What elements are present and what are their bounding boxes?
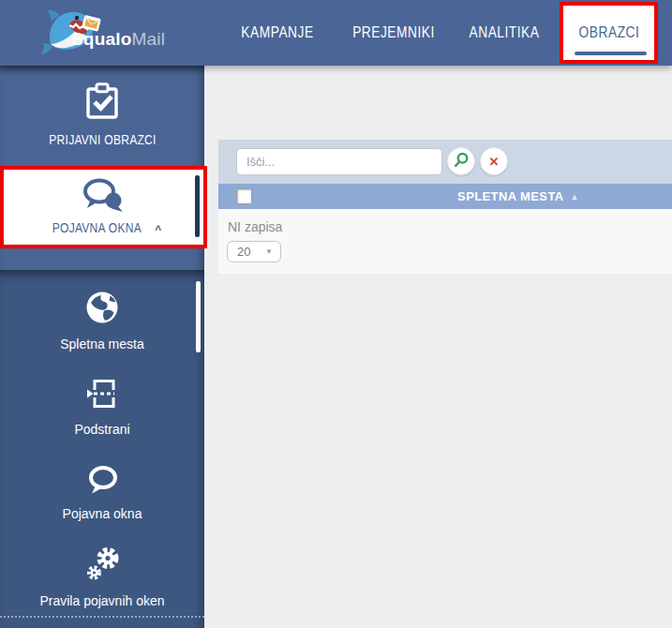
annotation-box-obrazci: OBRAZCI xyxy=(560,2,658,64)
submenu-item-spletna-mesta[interactable]: Spletna mesta xyxy=(0,277,204,364)
top-navbar: SqualoMail KAMPANJE PREJEMNIKI ANALITIKA… xyxy=(0,0,672,66)
speech-bubbles-icon xyxy=(82,178,127,216)
search-toolbar: ✕ xyxy=(218,140,672,184)
tab-kampanje[interactable]: KAMPANJE xyxy=(235,0,320,66)
table-header-row: SPLETNA MESTA▲ xyxy=(218,184,672,209)
submenu-pravila-label: Pravila pojavnih oken xyxy=(39,593,164,608)
submenu-spletna-label: Spletna mesta xyxy=(60,336,144,351)
pojavna-label-text: POJAVNA OKNA xyxy=(52,220,142,235)
sidebar: PRIJAVNI OBRAZCI POJAVNA OKNA^ xyxy=(0,66,204,628)
submenu-item-pojavna-okna[interactable]: Pojavna okna xyxy=(0,450,204,536)
tab-obrazci[interactable]: OBRAZCI xyxy=(563,6,654,60)
submenu-pojavna-label: Pojavna okna xyxy=(63,506,142,521)
column-header-spletna-mesta[interactable]: SPLETNA MESTA▲ xyxy=(457,184,579,209)
submenu-item-pravila[interactable]: Pravila pojavnih oken xyxy=(0,532,204,621)
dotted-separator xyxy=(0,616,204,618)
sidebar-item-pojavna-label: POJAVNA OKNA^ xyxy=(45,220,161,236)
tab-kampanje-label: KAMPANJE xyxy=(241,0,313,66)
speech-bubble-icon xyxy=(87,466,118,498)
tab-analitika[interactable]: ANALITIKA xyxy=(463,0,545,66)
submenu-item-podstrani[interactable]: Podstrani xyxy=(0,364,204,450)
clipboard-check-icon xyxy=(85,82,119,124)
search-input[interactable] xyxy=(236,148,442,175)
page-size-select[interactable]: 20 ▼ xyxy=(227,241,281,262)
chevron-up-icon: ^ xyxy=(155,223,161,236)
select-all-checkbox[interactable] xyxy=(236,188,252,204)
table-empty-area: NI zapisa 20 ▼ xyxy=(218,209,672,274)
brand-name-light: Mail xyxy=(132,29,166,49)
globe-icon xyxy=(85,291,119,328)
brand-name: SqualoMail xyxy=(71,29,165,50)
x-icon: ✕ xyxy=(489,156,500,168)
annotation-box-pojavna-okna: POJAVNA OKNA^ xyxy=(0,166,207,248)
sidebar-item-pojavna-okna[interactable]: POJAVNA OKNA^ xyxy=(4,170,203,245)
sidebar-item-prijavni-label: PRIJAVNI OBRAZCI xyxy=(49,132,156,147)
tab-prejemniki-label: PREJEMNIKI xyxy=(352,0,435,66)
active-tab-underline xyxy=(575,52,647,55)
sidebar-submenu: Spletna mesta Podstrani Pojavna okna xyxy=(0,270,204,628)
scrollbar-thumb-light[interactable] xyxy=(196,281,201,352)
no-records-text: NI zapisa xyxy=(228,219,282,234)
column-header-text: SPLETNA MESTA xyxy=(457,189,564,203)
squalomail-logo[interactable]: SqualoMail xyxy=(37,5,178,61)
clear-search-button[interactable]: ✕ xyxy=(480,147,508,175)
scrollbar-thumb-dark[interactable] xyxy=(195,175,200,237)
search-button[interactable] xyxy=(447,147,475,175)
tab-prejemniki[interactable]: PREJEMNIKI xyxy=(346,0,441,66)
magnifier-icon xyxy=(454,152,470,172)
tab-analitika-label: ANALITIKA xyxy=(469,0,539,66)
page-size-value: 20 xyxy=(237,242,250,262)
brand-name-bold: Squalo xyxy=(71,29,132,49)
sidebar-item-prijavni-obrazci[interactable]: PRIJAVNI OBRAZCI xyxy=(0,66,204,163)
tab-obrazci-label: OBRAZCI xyxy=(578,6,639,57)
gears-icon xyxy=(85,546,120,585)
chevron-down-icon: ▼ xyxy=(265,242,273,262)
submenu-podstrani-label: Podstrani xyxy=(74,422,129,437)
subpages-icon xyxy=(87,378,117,413)
sort-ascending-icon: ▲ xyxy=(571,192,579,202)
